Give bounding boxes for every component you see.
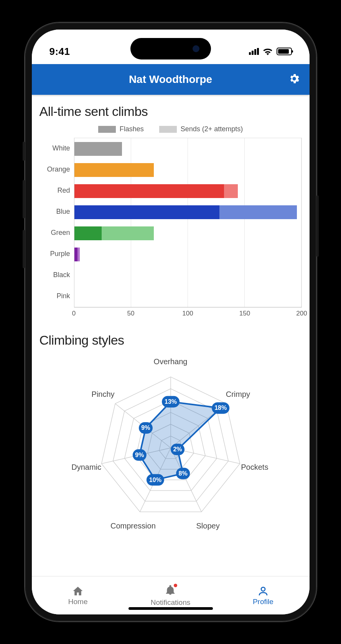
bar-chart-legend: Flashes Sends (2+ attempts) bbox=[40, 125, 302, 133]
radar-axis-label: Pinchy bbox=[92, 390, 115, 398]
tab-profile[interactable]: Profile bbox=[217, 576, 309, 614]
bar-chart-y-labels: WhiteOrangeRedBlueGreenPurpleBlackPink bbox=[40, 138, 74, 307]
radar-badge-value: 13% bbox=[164, 398, 176, 405]
settings-button[interactable] bbox=[288, 73, 300, 86]
bar-segment-sends bbox=[224, 184, 238, 198]
phone-volume-up bbox=[23, 180, 25, 218]
radar-chart: 13%18%2%8%10%9%9% OverhangCrimpyPocketsS… bbox=[40, 354, 302, 530]
bar-chart-label: Green bbox=[40, 222, 74, 243]
bar-row bbox=[74, 159, 301, 180]
section-title-styles: Climbing styles bbox=[40, 333, 302, 348]
bar-segment-flash bbox=[74, 226, 102, 240]
bar-row bbox=[74, 138, 301, 159]
legend-label-flashes: Flashes bbox=[120, 125, 144, 133]
section-title-sent-climbs: All-time sent climbs bbox=[40, 104, 302, 119]
bar-segment-flash bbox=[74, 142, 122, 156]
content[interactable]: All-time sent climbs Flashes Sends (2+ a… bbox=[32, 95, 310, 576]
phone-power-button bbox=[316, 195, 319, 257]
tab-label-home: Home bbox=[68, 598, 88, 606]
radar-axis-label: Slopey bbox=[196, 521, 220, 530]
bar-chart-label: Blue bbox=[40, 201, 74, 222]
screen: 9:41 Nat Woodthorpe All-time sent climbs… bbox=[32, 30, 310, 614]
xaxis-tick: 150 bbox=[239, 310, 250, 317]
legend-swatch-flashes bbox=[98, 126, 116, 133]
bar-segment-sends bbox=[77, 248, 80, 261]
legend-swatch-sends bbox=[159, 126, 177, 133]
xaxis-tick: 100 bbox=[182, 310, 193, 317]
home-indicator[interactable] bbox=[128, 607, 213, 610]
home-icon bbox=[72, 585, 84, 597]
bar-chart-bars bbox=[74, 138, 301, 307]
radar-badge-value: 8% bbox=[178, 470, 187, 477]
bar-segment-flash bbox=[74, 248, 78, 261]
radar-badge-value: 18% bbox=[214, 405, 227, 411]
bar-segment-flash bbox=[74, 184, 224, 198]
dynamic-island bbox=[130, 38, 211, 59]
radar-axis-label: Crimpy bbox=[226, 390, 250, 398]
bar-row bbox=[74, 201, 301, 223]
radar-axis-label: Dynamic bbox=[71, 463, 101, 472]
radar-badge-value: 10% bbox=[149, 477, 161, 483]
notification-dot bbox=[174, 584, 177, 587]
profile-icon bbox=[257, 585, 269, 597]
legend-label-sends: Sends (2+ attempts) bbox=[181, 125, 243, 133]
notifications-icon-wrap bbox=[165, 584, 176, 598]
bar-chart-label: Pink bbox=[40, 286, 74, 307]
bar-segment-sends bbox=[219, 205, 297, 219]
gear-icon bbox=[288, 73, 300, 85]
radar-axis-label: Pockets bbox=[241, 463, 268, 472]
legend-item-flashes: Flashes bbox=[98, 125, 144, 133]
battery-icon bbox=[277, 48, 292, 55]
tab-label-profile: Profile bbox=[253, 598, 273, 606]
xaxis-tick: 200 bbox=[296, 310, 307, 317]
bar-chart-plot bbox=[74, 138, 302, 307]
bar-segment-sends bbox=[102, 226, 154, 240]
tab-label-notifications: Notifications bbox=[151, 598, 191, 607]
phone-volume-down bbox=[23, 230, 25, 268]
bar-chart-label: Black bbox=[40, 264, 74, 286]
radar-axis-label: Overhang bbox=[154, 357, 188, 366]
bar-chart: WhiteOrangeRedBlueGreenPurpleBlackPink bbox=[40, 138, 302, 307]
tab-home[interactable]: Home bbox=[32, 576, 124, 614]
radar-badge-value: 9% bbox=[135, 452, 144, 458]
bar-row bbox=[74, 244, 301, 265]
bar-chart-label: White bbox=[40, 138, 74, 159]
radar-badge-value: 9% bbox=[141, 424, 150, 431]
bar-row bbox=[74, 180, 301, 201]
bar-row bbox=[74, 223, 301, 244]
radar-axis-label: Compression bbox=[110, 521, 156, 530]
bar-row bbox=[74, 265, 301, 286]
cellular-icon bbox=[249, 48, 259, 55]
app-bar: Nat Woodthorpe bbox=[32, 64, 310, 95]
status-time: 9:41 bbox=[49, 46, 70, 58]
xaxis-tick: 0 bbox=[72, 310, 76, 317]
page-title: Nat Woodthorpe bbox=[129, 73, 212, 86]
xaxis-tick: 50 bbox=[127, 310, 135, 317]
bar-segment-flash bbox=[74, 205, 220, 219]
bar-chart-label: Orange bbox=[40, 159, 74, 180]
bar-chart-label: Purple bbox=[40, 243, 74, 264]
radar-badge-value: 2% bbox=[173, 446, 182, 452]
radar-svg: 13%18%2%8%10%9%9% bbox=[63, 354, 278, 530]
legend-item-sends: Sends (2+ attempts) bbox=[159, 125, 243, 133]
bar-segment-flash bbox=[74, 163, 154, 177]
status-icons bbox=[249, 48, 292, 55]
phone-side-button bbox=[23, 142, 25, 161]
bar-row bbox=[74, 286, 301, 307]
wifi-icon bbox=[263, 48, 273, 55]
bar-chart-label: Red bbox=[40, 180, 74, 201]
phone-frame: 9:41 Nat Woodthorpe All-time sent climbs… bbox=[25, 23, 316, 621]
bar-chart-x-axis: 0 50 100 150 200 bbox=[74, 307, 302, 319]
